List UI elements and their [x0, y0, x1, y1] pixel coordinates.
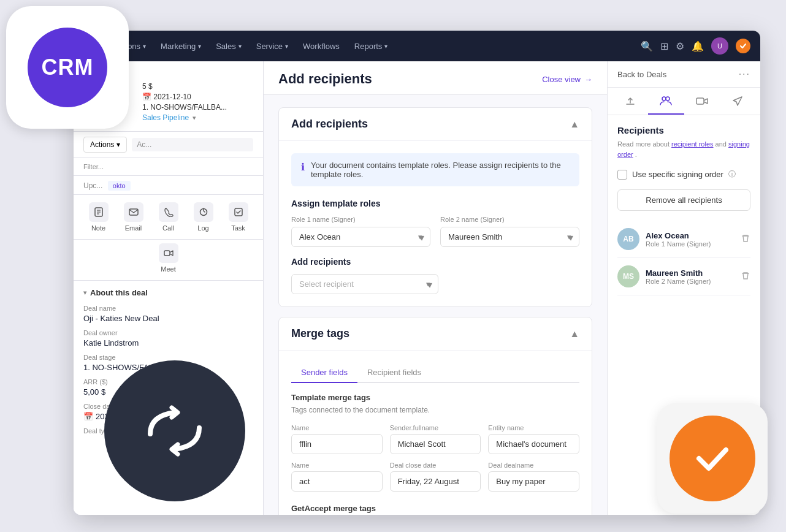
delete-recipient-0-button[interactable]	[741, 234, 750, 245]
task-icon	[229, 202, 248, 222]
tab-recipients[interactable]	[648, 88, 684, 115]
recipients-icon	[660, 95, 672, 106]
email-button[interactable]: Email	[124, 202, 143, 232]
recipient-role-1: Role 2 Name (Signer)	[646, 278, 734, 285]
actions-button[interactable]: Actions ▾	[83, 137, 127, 153]
nav-item-service[interactable]: Service ▾	[250, 38, 294, 55]
gear-icon[interactable]: ⚙	[676, 40, 684, 52]
nav-item-sales[interactable]: Sales ▾	[210, 38, 248, 55]
close-view-button[interactable]: Close view →	[542, 75, 592, 84]
tab-sender-fields[interactable]: Sender fields	[291, 363, 357, 383]
info-icon: ℹ	[301, 161, 305, 173]
template-merge-title: Template merge tags	[291, 393, 579, 402]
signing-info-icon[interactable]: ⓘ	[728, 169, 736, 180]
chevron-down-icon: ▾	[285, 43, 288, 50]
note-icon	[89, 202, 109, 222]
nav-item-workflows[interactable]: Workflows	[297, 38, 346, 55]
tab-send[interactable]	[720, 88, 755, 115]
right-panel-tabs	[608, 88, 760, 115]
nav-right: 🔍 ⊞ ⚙ 🔔 U	[641, 37, 750, 55]
recipient-avatar-0: AB	[617, 228, 639, 250]
deal-stage-label: Deal stage	[83, 354, 253, 361]
merge-fields-row1: Name fflin Sender.fullname Michael Scott…	[291, 424, 579, 454]
upload-icon	[625, 96, 636, 107]
merge-fields-row2: Name act Deal close date Friday, 22 Augu…	[291, 462, 579, 492]
deal-name-value: Oji - Katies New Deal	[83, 314, 253, 323]
collapse-button[interactable]: ▲	[570, 119, 579, 130]
recipient-name-0: Alex Ocean	[646, 231, 734, 240]
role2-select[interactable]: Maureen Smith ▾	[440, 227, 579, 247]
tab-upload[interactable]	[612, 88, 648, 115]
recipient-roles-link[interactable]: recipient roles	[671, 140, 713, 148]
calendar-icon: 📅	[142, 93, 151, 101]
crm-logo: CRM	[28, 28, 107, 107]
add-recipients-select[interactable]: Select recipient ▾	[291, 274, 438, 294]
about-section-header: ▾ About this deal	[83, 288, 253, 297]
role1-label: Role 1 name (Signer)	[291, 216, 430, 223]
note-button[interactable]: Note	[89, 202, 109, 232]
merge-field-1: Sender.fullname Michael Scott	[390, 424, 481, 454]
log-icon	[194, 202, 213, 222]
role2-select-wrapper: Maureen Smith ▾	[440, 227, 579, 247]
main-content: Add recipients ▲ ℹ Your document contain…	[264, 95, 607, 515]
nav-item-marketing[interactable]: Marketing ▾	[155, 38, 207, 55]
check-small-icon	[739, 42, 747, 50]
arrow-right-icon: →	[584, 75, 592, 84]
checkmark-icon	[688, 434, 737, 483]
call-button[interactable]: Call	[159, 202, 178, 232]
task-button[interactable]: Task	[229, 202, 248, 232]
merge-collapse-button[interactable]: ▲	[570, 329, 579, 340]
back-to-deals-link[interactable]: Back to Deals	[617, 70, 666, 79]
refresh-icon	[138, 400, 212, 462]
nav-item-reports[interactable]: Reports ▾	[348, 38, 394, 55]
more-options-button[interactable]: ···	[739, 69, 750, 80]
recipient-info-0: Alex Ocean Role 1 Name (Signer)	[646, 231, 734, 248]
add-recipients-select-wrapper: Select recipient ▾	[291, 274, 438, 294]
chevron-down-icon: ▾	[418, 232, 422, 241]
recipient-name-1: Maureen Smith	[646, 268, 734, 278]
signing-order-checkbox[interactable]	[617, 170, 627, 180]
meet-row: Meet	[74, 240, 263, 281]
svg-rect-4	[129, 209, 138, 215]
trash-icon	[741, 271, 750, 281]
search-bar[interactable]: Ac...	[132, 138, 253, 151]
recipients-title: Recipients	[617, 125, 750, 135]
recipient-info-1: Maureen Smith Role 2 Name (Signer)	[646, 268, 734, 285]
recipient-avatar-1: MS	[617, 265, 639, 287]
merge-tags-body: Sender fields Recipient fields Template …	[279, 351, 592, 515]
crm-app-icon: CRM	[6, 6, 129, 129]
role1-select[interactable]: Alex Ocean ▾	[291, 227, 430, 247]
merge-tags-header: Merge tags ▲	[279, 317, 592, 351]
video-icon	[696, 96, 708, 107]
svg-rect-10	[696, 98, 704, 104]
page-title: Add recipients	[278, 71, 372, 87]
update-section: Upc... okto	[74, 176, 263, 195]
merge-field-r2-2: Deal dealname Buy my paper	[488, 462, 579, 492]
tab-video[interactable]	[684, 88, 720, 115]
meet-button[interactable]: Meet	[159, 243, 178, 273]
grid-icon[interactable]: ⊞	[660, 40, 668, 52]
user-avatar[interactable]: U	[711, 37, 728, 55]
merge-field-0: Name fflin	[291, 424, 383, 454]
chevron-down-icon: ▾	[193, 114, 196, 122]
chevron-down-icon: ▾	[198, 43, 201, 50]
search-icon[interactable]: 🔍	[641, 40, 653, 52]
status-dot	[736, 39, 750, 53]
bell-icon[interactable]: 🔔	[692, 40, 704, 52]
delete-recipient-1-button[interactable]	[741, 271, 750, 283]
add-recipients-header: Add recipients ▲	[279, 108, 592, 141]
add-recipients-card: Add recipients ▲ ℹ Your document contain…	[278, 107, 592, 307]
remove-all-button[interactable]: Remove all recipients	[617, 189, 750, 211]
meet-icon	[159, 243, 178, 263]
merge-field-2: Entity name Michael's document	[488, 424, 579, 454]
deal-owner-label: Deal owner	[83, 329, 253, 336]
sidebar-actions-bar: Actions ▾ Ac...	[74, 132, 263, 158]
tab-recipient-fields[interactable]: Recipient fields	[357, 363, 431, 383]
pipeline-link[interactable]: Sales Pipeline	[142, 113, 189, 122]
send-icon	[732, 96, 743, 107]
chevron-down-icon: ▾	[116, 140, 120, 149]
log-button[interactable]: Log	[194, 202, 213, 232]
add-recipients-subsection: Add recipients Select recipient ▾	[291, 257, 579, 294]
recipient-card-1: MS Maureen Smith Role 2 Name (Signer)	[617, 258, 750, 295]
svg-rect-7	[164, 251, 170, 256]
